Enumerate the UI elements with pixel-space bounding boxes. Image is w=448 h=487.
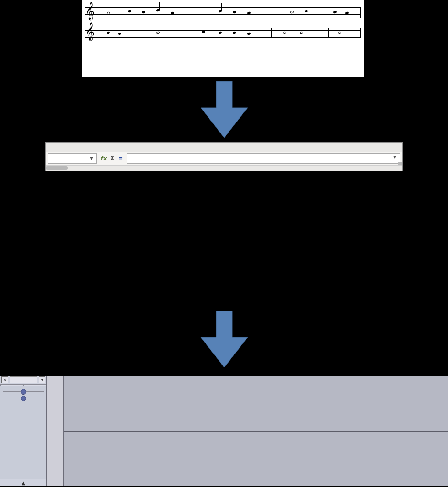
svg-marker-1 <box>201 311 248 367</box>
gain-slider[interactable] <box>2 389 44 394</box>
chevron-down-icon[interactable]: ▾ <box>87 155 96 162</box>
track-name[interactable] <box>10 376 37 383</box>
cell-reference-box[interactable]: ▾ <box>48 153 97 164</box>
pan-slider[interactable] <box>2 396 44 400</box>
waveform-display[interactable] <box>64 376 448 486</box>
treble-clef-icon: 𝄞 <box>86 23 95 39</box>
close-track-button[interactable]: × <box>1 376 8 383</box>
sheet-music-panel: 𝄞 <box>81 0 364 77</box>
down-arrow-icon <box>198 81 251 139</box>
track-control-panel: × ▾ ▲ <box>0 376 47 486</box>
cell-reference-input[interactable] <box>48 155 87 162</box>
function-wizard-icon[interactable]: fx <box>100 155 107 162</box>
sum-icon[interactable]: Σ <box>110 155 114 162</box>
staff-2: 𝄞 <box>85 25 361 42</box>
svg-marker-0 <box>201 81 248 138</box>
calc-window: ▾ fx Σ = ▾ <box>45 142 403 171</box>
horizontal-scrollbar[interactable] <box>46 166 402 171</box>
window-title <box>46 143 402 147</box>
audio-editor-panel: × ▾ ▲ <box>0 376 448 487</box>
amplitude-scale <box>47 376 64 486</box>
down-arrow-icon <box>198 311 251 368</box>
collapse-track-button[interactable]: ▲ <box>0 479 46 486</box>
formula-icon[interactable]: = <box>118 155 123 162</box>
formula-input[interactable] <box>127 154 390 163</box>
mute-button[interactable] <box>0 384 23 386</box>
staff-1: 𝄞 <box>85 4 361 21</box>
treble-clef-icon: 𝄞 <box>86 3 95 18</box>
track-menu-button[interactable]: ▾ <box>39 376 45 383</box>
formula-bar[interactable]: ▾ <box>127 153 400 164</box>
menu-bar <box>46 147 402 152</box>
solo-button[interactable] <box>23 384 46 386</box>
track-info <box>0 402 46 406</box>
